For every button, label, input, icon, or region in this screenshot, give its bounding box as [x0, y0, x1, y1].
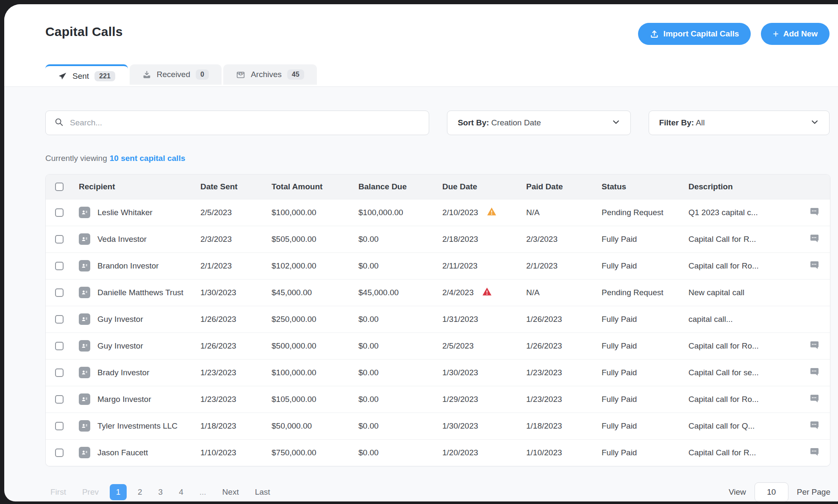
row-checkbox[interactable]: [55, 208, 64, 217]
row-checkbox[interactable]: [55, 288, 64, 297]
column-header: Description: [685, 174, 830, 199]
pagination-page-3[interactable]: 3: [153, 484, 168, 500]
paid-date-cell: 1/10/2023: [523, 439, 598, 466]
status-cell: Pending Request: [598, 279, 685, 306]
description-text: Capital Call for R...: [688, 235, 756, 244]
total-amount-cell: $105,000.00: [268, 386, 355, 413]
table-row[interactable]: Guy Investor 1/26/2023 $250,000.00 $0.00…: [46, 306, 830, 332]
recipient-name: Brandon Investor: [97, 261, 159, 271]
tab-sent[interactable]: Sent 221: [45, 64, 128, 86]
table-row[interactable]: Margo Investor 1/23/2023 $105,000.00 $0.…: [46, 386, 830, 413]
comment-bubble-icon[interactable]: [809, 340, 819, 352]
paid-date-cell: N/A: [523, 199, 598, 226]
date-sent-cell: 1/18/2023: [197, 413, 268, 439]
contact-card-icon: [79, 340, 90, 352]
status-cell: Fully Paid: [598, 226, 685, 252]
recipient-name: Guy Investor: [97, 315, 143, 324]
filter-by-dropdown[interactable]: Filter By: All: [649, 111, 830, 135]
row-checkbox[interactable]: [55, 449, 64, 457]
due-date-cell: 1/31/2023: [442, 315, 478, 324]
row-checkbox[interactable]: [55, 342, 64, 350]
select-all-checkbox[interactable]: [55, 183, 64, 191]
contact-card-icon: [79, 367, 90, 378]
row-checkbox[interactable]: [55, 368, 64, 377]
search-input[interactable]: [70, 118, 420, 127]
sort-by-dropdown[interactable]: Sort By: Creation Date: [447, 111, 630, 135]
table-row[interactable]: Guy Investor 1/26/2023 $500,000.00 $0.00…: [46, 332, 830, 359]
table-row[interactable]: Brandon Investor 2/1/2023 $102,000.00 $0…: [46, 252, 830, 279]
table-row[interactable]: Leslie Whitaker 2/5/2023 $100,000.00 $10…: [46, 199, 830, 226]
column-header: Recipient: [75, 174, 197, 199]
page-title: Capital Calls: [45, 25, 123, 39]
pagination-page-1[interactable]: 1: [110, 484, 127, 500]
date-sent-cell: 1/10/2023: [197, 439, 268, 466]
status-cell: Fully Paid: [598, 252, 685, 279]
page-header: Capital Calls Import Capital Calls + Add…: [4, 4, 838, 87]
add-new-button[interactable]: + Add New: [761, 23, 830, 45]
pagination-next[interactable]: Next: [217, 484, 244, 500]
comment-bubble-icon[interactable]: [809, 393, 819, 405]
paid-date-cell: 1/18/2023: [523, 413, 598, 439]
contact-card-icon: [79, 393, 90, 405]
recipient-name: Veda Investor: [97, 235, 147, 244]
description-text: Capital call for Ro...: [688, 395, 759, 404]
pagination-last[interactable]: Last: [250, 484, 275, 500]
row-checkbox[interactable]: [55, 315, 64, 324]
warning-icon: [487, 207, 497, 218]
tab-label: Archives: [251, 70, 282, 79]
comment-bubble-icon[interactable]: [809, 233, 819, 245]
date-sent-cell: 1/26/2023: [197, 306, 268, 332]
comment-bubble-icon[interactable]: [809, 447, 819, 459]
row-checkbox[interactable]: [55, 422, 64, 430]
results-summary: Currently viewing10 sent capital calls: [45, 154, 830, 163]
status-cell: Fully Paid: [598, 439, 685, 466]
pagination-prev[interactable]: Prev: [77, 484, 104, 500]
date-sent-cell: 1/23/2023: [197, 359, 268, 386]
column-header: Balance Due: [355, 174, 439, 199]
sort-value: Creation Date: [491, 118, 541, 127]
description-text: Capital call for Q...: [688, 421, 755, 431]
row-checkbox[interactable]: [55, 262, 64, 270]
status-cell: Pending Request: [598, 199, 685, 226]
pagination-page-2[interactable]: 2: [133, 484, 147, 500]
table-row[interactable]: Brady Investor 1/23/2023 $100,000.00 $0.…: [46, 359, 830, 386]
comment-bubble-icon[interactable]: [809, 260, 819, 272]
tab-count-badge: 221: [94, 71, 115, 81]
due-date-cell: 1/30/2023: [442, 368, 478, 377]
tab-received[interactable]: Received 0: [130, 64, 222, 85]
comment-bubble-icon[interactable]: [809, 367, 819, 379]
row-checkbox[interactable]: [55, 235, 64, 244]
tab-archives[interactable]: $ Archives 45: [223, 64, 317, 85]
balance-due-cell: $0.00: [355, 439, 439, 466]
chevron-down-icon: [810, 118, 819, 128]
pagination-page-4[interactable]: 4: [174, 484, 189, 500]
recipient-name: Margo Investor: [97, 395, 151, 404]
comment-bubble-icon[interactable]: [809, 207, 819, 219]
balance-due-cell: $45,000.00: [355, 279, 439, 306]
paper-plane-icon: [58, 72, 67, 81]
results-count-link[interactable]: 10 sent capital calls: [110, 154, 186, 163]
comment-bubble-icon[interactable]: [809, 420, 819, 432]
table-row[interactable]: Tyler Investments LLC 1/18/2023 $50,000.…: [46, 413, 830, 439]
chevron-down-icon: [612, 118, 620, 128]
paid-date-cell: N/A: [523, 279, 598, 306]
envelope-dollar-icon: $: [236, 70, 245, 79]
description-text: Capital Call for R...: [688, 448, 756, 457]
recipient-name: Jason Faucett: [97, 448, 148, 457]
status-cell: Fully Paid: [598, 359, 685, 386]
table-row[interactable]: Veda Investor 2/3/2023 $505,000.00 $0.00…: [46, 226, 830, 252]
status-cell: Fully Paid: [598, 413, 685, 439]
due-date-cell: 2/5/2023: [442, 341, 474, 351]
column-header: Total Amount: [268, 174, 355, 199]
row-checkbox[interactable]: [55, 395, 64, 404]
status-cell: Fully Paid: [598, 306, 685, 332]
per-page-input[interactable]: [755, 482, 788, 501]
pagination-first[interactable]: First: [45, 484, 71, 500]
table-row[interactable]: Danielle Matthews Trust 1/30/2023 $45,00…: [46, 279, 830, 306]
due-date-cell: 2/18/2023: [442, 235, 478, 244]
import-capital-calls-button[interactable]: Import Capital Calls: [638, 23, 751, 45]
recipient-name: Danielle Matthews Trust: [97, 288, 183, 297]
description-text: New capital call: [688, 288, 744, 297]
paid-date-cell: 1/26/2023: [523, 306, 598, 332]
table-row[interactable]: Jason Faucett 1/10/2023 $750,000.00 $0.0…: [46, 439, 830, 466]
